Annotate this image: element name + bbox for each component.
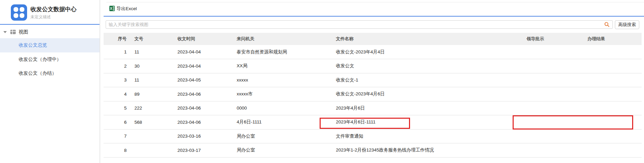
table-cell xyxy=(505,143,566,158)
table-cell: 8 xyxy=(104,143,130,158)
table-row[interactable]: 52222023-04-0600002023年4月6日 xyxy=(104,101,642,115)
table-cell: 2023-04-06 xyxy=(173,87,234,101)
column-header[interactable]: 办理结果 xyxy=(566,33,642,45)
table-cell: 收发公文-2023年4月4日 xyxy=(333,45,505,59)
table-body: 1112023-04-04泰安市自然资源和规划局收发公文-2023年4月4日23… xyxy=(104,45,642,157)
sidebar: 收发公文数据中心 未定义描述 视图 收发公文总览 收发公文（办理中） 收发公文（… xyxy=(0,0,100,163)
table-cell: 4 xyxy=(104,87,130,101)
column-header[interactable]: 文件名称 xyxy=(333,33,505,45)
column-header[interactable]: 领导批示 xyxy=(505,33,566,45)
table-cell: 4月6日-1111 xyxy=(234,115,333,130)
export-excel-button[interactable]: X 导出Excel xyxy=(109,5,137,13)
table-cell: 7 xyxy=(104,129,130,143)
sidebar-item-overview[interactable]: 收发公文总览 xyxy=(0,38,100,52)
column-header[interactable]: 收文时间 xyxy=(173,33,234,45)
table-row[interactable]: 3112023-04-05xxxxx收发公文-1 xyxy=(104,73,642,87)
column-header[interactable]: 来问机关 xyxy=(234,33,333,45)
table-cell: 5 xyxy=(104,101,130,115)
table-cell xyxy=(130,129,173,143)
table-cell xyxy=(505,45,566,59)
table-cell xyxy=(130,143,173,158)
table-cell: 2023年4月6日 xyxy=(333,101,505,115)
table-cell: 2023年4月6日-1111 xyxy=(333,115,505,130)
table-cell: 30 xyxy=(130,59,173,73)
views-tree-label: 视图 xyxy=(19,29,28,35)
table-cell: xxxxx市 xyxy=(234,87,333,101)
advanced-search-button[interactable]: 高级搜索 xyxy=(615,20,639,29)
table-cell: 11 xyxy=(130,73,173,87)
table-cell: 2023年1-2月份12345政务服务热线办理工作情况 xyxy=(333,143,505,158)
views-list: 收发公文总览 收发公文（办理中） 收发公文（办结） xyxy=(0,38,100,80)
table-cell: 6 xyxy=(104,115,130,130)
table-cell: 收发公文-2023年4月6日 xyxy=(333,87,505,101)
search-icon[interactable] xyxy=(604,22,610,28)
table-cell: 局办公室 xyxy=(234,129,333,143)
table-row[interactable]: 1112023-04-04泰安市自然资源和规划局收发公文-2023年4月4日 xyxy=(104,45,642,59)
table-cell xyxy=(566,115,642,130)
table-cell xyxy=(505,73,566,87)
table-cell: 1 xyxy=(104,45,130,59)
table-cell: 2023-03-17 xyxy=(173,143,234,158)
table-cell xyxy=(566,59,642,73)
table-cell: 11 xyxy=(130,45,173,59)
table-row[interactable]: 2302023-04-04XX局收发公文 xyxy=(104,59,642,73)
table-cell: xxxxx xyxy=(234,73,333,87)
views-tree-toggle[interactable]: 视图 xyxy=(0,28,100,36)
table-cell: 2023-03-16 xyxy=(173,129,234,143)
main-panel: X 导出Excel 高级搜索 序号文号收文时间来问机关文件名称领导批示办理结果 xyxy=(101,0,644,163)
caret-down-icon[interactable] xyxy=(3,31,7,33)
table-row[interactable]: 72023-03-16局办公室文件审查通知 xyxy=(104,129,642,143)
table-cell xyxy=(566,129,642,143)
excel-icon: X xyxy=(109,6,115,12)
table-cell: 222 xyxy=(130,101,173,115)
table-cell: 568 xyxy=(130,115,173,130)
table-cell: 2023-04-06 xyxy=(173,101,234,115)
app-title: 收发公文数据中心 xyxy=(30,5,77,13)
table-cell: 3 xyxy=(104,73,130,87)
document-table: 序号文号收文时间来问机关文件名称领导批示办理结果 1112023-04-04泰安… xyxy=(104,33,642,158)
table-cell xyxy=(505,129,566,143)
table-cell xyxy=(505,59,566,73)
app-logo-icon xyxy=(11,4,27,21)
table-cell: 2 xyxy=(104,59,130,73)
table-cell: 收发公文 xyxy=(333,59,505,73)
table-cell: 89 xyxy=(130,87,173,101)
sidebar-divider xyxy=(0,24,100,25)
column-header[interactable]: 序号 xyxy=(104,33,130,45)
svg-text:X: X xyxy=(110,7,112,10)
table-cell: 2023-04-04 xyxy=(173,45,234,59)
table-cell xyxy=(566,73,642,87)
table-row[interactable]: 65682023-04-064月6日-11112023年4月6日-1111 xyxy=(104,115,642,130)
app-subtitle: 未定义描述 xyxy=(30,14,51,20)
table-cell: 文件审查通知 xyxy=(333,129,505,143)
sidebar-item-in-progress[interactable]: 收发公文（办理中） xyxy=(0,52,100,67)
table-cell: 2023-04-06 xyxy=(173,115,234,130)
table-row[interactable]: 4892023-04-06xxxxx市收发公文-2023年4月6日 xyxy=(104,87,642,101)
table-cell xyxy=(566,45,642,59)
table-cell xyxy=(566,143,642,158)
table-cell xyxy=(566,87,642,101)
table-cell xyxy=(505,87,566,101)
document-table-wrap: 序号文号收文时间来问机关文件名称领导批示办理结果 1112023-04-04泰安… xyxy=(104,33,642,158)
table-cell: 局办公室 xyxy=(234,143,333,158)
column-header[interactable]: 文号 xyxy=(130,33,173,45)
table-cell: 2023-04-05 xyxy=(173,73,234,87)
toolbar: X 导出Excel xyxy=(104,1,644,16)
table-row[interactable]: 82023-03-17局办公室2023年1-2月份12345政务服务热线办理工作… xyxy=(104,143,642,158)
table-cell: 泰安市自然资源和规划局 xyxy=(234,45,333,59)
toolbar-top-border xyxy=(106,2,644,2)
search-input[interactable] xyxy=(106,20,613,29)
search-row: 高级搜索 xyxy=(104,20,644,29)
table-cell: 收发公文-1 xyxy=(333,73,505,87)
table-cell: 0000 xyxy=(234,101,333,115)
table-cell: 2023-04-04 xyxy=(173,59,234,73)
table-cell xyxy=(505,101,566,115)
toolbar-divider xyxy=(104,16,644,17)
sidebar-item-completed[interactable]: 收发公文（办结） xyxy=(0,66,100,80)
table-header-row: 序号文号收文时间来问机关文件名称领导批示办理结果 xyxy=(104,33,642,45)
view-grid-icon xyxy=(10,29,16,36)
table-cell xyxy=(505,115,566,130)
table-cell xyxy=(566,101,642,115)
export-excel-label: 导出Excel xyxy=(116,6,137,12)
table-cell: XX局 xyxy=(234,59,333,73)
